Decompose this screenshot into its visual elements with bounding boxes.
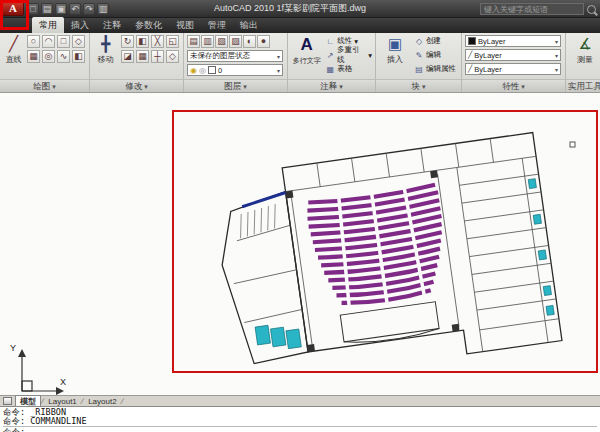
tab-output[interactable]: 输出 <box>233 17 265 33</box>
mtext-button[interactable]: A 多行文字 <box>291 35 322 66</box>
object-color-dropdown[interactable]: ByLayer ▾ <box>465 35 561 47</box>
mtext-button-label: 多行文字 <box>293 56 321 66</box>
rectangle-tool-icon[interactable]: □ <box>57 35 70 48</box>
insert-block-button[interactable]: ▣ 插入 <box>379 35 411 65</box>
annotation-highlight-box <box>0 0 29 30</box>
linetype-sample-icon: ╱ <box>468 51 472 59</box>
linear-dim-icon: ∟ <box>325 37 335 46</box>
drawing-highlight-rect <box>173 111 597 372</box>
document-name: 1f某影剧院平面图.dwg <box>277 3 367 13</box>
edit-block-icon: ✎ <box>414 51 424 60</box>
undo-icon[interactable]: ↶ <box>69 3 81 15</box>
panel-modify-label[interactable]: 修改▾ <box>90 79 183 92</box>
create-block-button[interactable]: ◇ 创建 <box>414 35 456 47</box>
panel-properties-label[interactable]: 特性▾ <box>462 79 565 92</box>
layer-properties-icon[interactable]: ▤ <box>187 35 200 48</box>
layer-off-icon[interactable]: ◐ <box>243 35 256 48</box>
panel-properties: ByLayer ▾ ╱ ByLayer ▾ ╱ ByLayer ▾ <box>462 33 566 92</box>
caret-down-icon: ▾ <box>243 83 247 90</box>
layer-freeze-icon[interactable]: ▨ <box>229 35 242 48</box>
caret-down-icon: ▾ <box>339 83 343 90</box>
tab-parametric[interactable]: 参数化 <box>128 17 169 33</box>
gradient-tool-icon[interactable]: ◧ <box>72 50 85 63</box>
panel-layers-label[interactable]: 图层▾ <box>184 79 287 92</box>
mtext-icon: A <box>301 35 313 55</box>
open-file-icon[interactable]: ▤ <box>41 3 53 15</box>
edit-attributes-button[interactable]: ▤ 编辑属性 <box>414 63 456 75</box>
panel-draw-label[interactable]: 绘图▾ <box>0 79 89 92</box>
layer-state-dropdown[interactable]: 未保存的图层状态 ▾ <box>187 50 283 62</box>
panel-block-label[interactable]: 块▾ <box>376 79 461 92</box>
arc-tool-icon[interactable]: ◠ <box>42 35 55 48</box>
ucs-y-label: Y <box>10 343 16 353</box>
move-button-label: 移动 <box>98 54 114 65</box>
lineweight-dropdown[interactable]: ╱ ByLayer ▾ <box>465 63 561 75</box>
save-icon[interactable]: ▣ <box>55 3 67 15</box>
line-icon: ╱ <box>9 35 18 53</box>
rotate-tool-icon[interactable]: ↻ <box>121 35 134 48</box>
layer-isolate-icon[interactable]: ▧ <box>215 35 228 48</box>
panel-modify-title: 修改 <box>125 81 142 91</box>
mirror-tool-icon[interactable]: ◧ <box>136 35 149 48</box>
ucs-icon: Y X <box>10 343 66 395</box>
spline-tool-icon[interactable]: ∿ <box>57 50 70 63</box>
scale-tool-icon[interactable]: ◱ <box>166 35 179 48</box>
tab-view[interactable]: 视图 <box>169 17 201 33</box>
autocad-window: A □ ▤ ▣ ↶ ↷ ▥ AutoCAD 2010 1f某影剧院平面图.dwg… <box>0 0 600 432</box>
plot-icon[interactable]: ▥ <box>97 3 109 15</box>
table-button[interactable]: ▦ 表格 <box>325 63 372 75</box>
tab-home[interactable]: 常用 <box>32 17 64 33</box>
tab-layout2[interactable]: Layout2 <box>84 397 120 406</box>
circle-tool-icon[interactable]: ○ <box>27 35 40 48</box>
panel-modify: ╋ 移动 ↻ ◧ ╳ ◱ ◪ ▦ ┼ ◇ 修改▾ <box>90 33 184 92</box>
panel-utilities-title: 实用工具 <box>568 81 600 91</box>
polygon-tool-icon[interactable]: ◇ <box>72 35 85 48</box>
command-line[interactable]: 命令: _RIBBON 命令: COMMANDLINE 命令: <box>0 406 600 432</box>
measure-button[interactable]: ∡ 测量 <box>569 35 600 65</box>
layer-states-icon[interactable]: ▥ <box>201 35 214 48</box>
command-history-line: 命令: COMMANDLINE <box>3 417 597 426</box>
move-button[interactable]: ╋ 移动 <box>93 35 118 65</box>
caret-down-icon: ▾ <box>277 53 280 60</box>
layer-lock-icon[interactable]: ● <box>257 35 270 48</box>
search-input[interactable] <box>480 3 584 15</box>
layer-thaw-icon: ◎ <box>199 66 206 75</box>
offset-tool-icon[interactable]: ◎ <box>42 50 55 63</box>
tab-insert[interactable]: 插入 <box>64 17 96 33</box>
panel-annotate-label[interactable]: 注释▾ <box>288 79 375 92</box>
lineweight-sample-icon: ╱ <box>468 65 472 73</box>
stage <box>340 302 439 347</box>
accent-wall <box>241 193 287 207</box>
explode-tool-icon[interactable]: ◇ <box>166 50 179 63</box>
grip-point[interactable] <box>570 142 575 147</box>
trim-tool-icon[interactable]: ╳ <box>151 35 164 48</box>
tab-annotate[interactable]: 注释 <box>96 17 128 33</box>
erase-tool-icon[interactable]: ◪ <box>121 50 134 63</box>
hatch-tool-icon[interactable]: ▦ <box>27 50 40 63</box>
multileader-button[interactable]: ↗ 多重引线 ▾ <box>325 49 372 61</box>
ribbon: ╱ 直线 ○ ◠ □ ◇ ▦ ◎ ∿ ◧ 绘图▾ <box>0 33 600 93</box>
panel-draw-title: 绘图 <box>33 81 50 91</box>
layer-on-icon: ◉ <box>190 66 197 75</box>
table-icon: ▦ <box>325 65 335 74</box>
fillet-tool-icon[interactable]: ┼ <box>151 50 164 63</box>
caret-down-icon: ▾ <box>144 83 148 90</box>
caret-down-icon: ▾ <box>521 83 525 90</box>
edit-block-button[interactable]: ✎ 编辑 <box>414 49 456 61</box>
ucs-x-label: X <box>60 377 66 387</box>
tab-separator: ∕ <box>82 397 83 406</box>
panel-utilities-label[interactable]: 实用工具 <box>566 79 600 92</box>
layout-tab-bar: 模型 ∕ Layout1 ∕ Layout2 ∕ <box>0 395 600 406</box>
command-prompt[interactable]: 命令: <box>3 426 597 432</box>
layer-dropdown[interactable]: ◉ ◎ 0 ▾ <box>187 64 283 76</box>
line-button[interactable]: ╱ 直线 <box>3 35 24 65</box>
tab-layout1[interactable]: Layout1 <box>44 397 80 406</box>
tab-manage[interactable]: 管理 <box>201 17 233 33</box>
search-icon[interactable] <box>587 5 596 14</box>
panel-properties-title: 特性 <box>502 81 519 91</box>
linetype-dropdown[interactable]: ╱ ByLayer ▾ <box>465 49 561 61</box>
drawing-canvas[interactable]: Y X <box>0 93 600 395</box>
redo-icon[interactable]: ↷ <box>83 3 95 15</box>
panel-block: ▣ 插入 ◇ 创建 ✎ 编辑 ▤ 编辑属性 <box>376 33 462 92</box>
array-tool-icon[interactable]: ▦ <box>136 50 149 63</box>
